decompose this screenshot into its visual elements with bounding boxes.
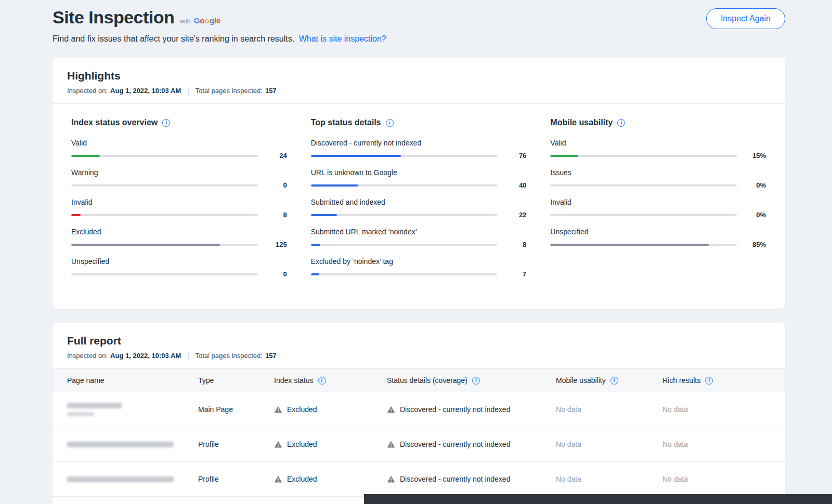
rich-results-cell: No data	[662, 405, 771, 414]
blurred-page-name	[67, 476, 174, 482]
bar-fill	[550, 155, 578, 157]
bar-track	[71, 244, 258, 246]
warning-icon	[274, 475, 282, 483]
type-cell: Main Page	[198, 405, 274, 414]
info-icon[interactable]: i	[617, 119, 625, 127]
info-icon[interactable]: i	[705, 377, 713, 384]
page-name-cell[interactable]	[67, 476, 198, 482]
total-pages-label: Total pages inspected:	[196, 87, 263, 95]
inspected-on-value: Aug 1, 2022, 10:03 AM	[110, 352, 181, 360]
page-name-cell[interactable]	[67, 442, 198, 447]
metric-excluded: Excluded 125	[71, 228, 287, 248]
page-subtitle: Find and fix issues that affect your sit…	[53, 34, 386, 44]
warning-icon	[387, 440, 395, 448]
meta-separator: |	[187, 87, 189, 95]
metric-mobile-unspecified: Unspecified 85%	[550, 228, 766, 248]
bar-track	[311, 184, 498, 187]
metric-warning: Warning 0	[71, 168, 287, 189]
bar-track	[71, 214, 258, 216]
info-icon[interactable]: i	[162, 119, 170, 127]
type-cell: Profile	[198, 440, 274, 448]
column-title: Index status overview	[71, 118, 158, 127]
page-title: Site Inspection	[53, 7, 174, 28]
total-pages-value: 157	[265, 352, 277, 360]
inspected-on-label: Inspected on:	[67, 87, 108, 95]
bar-fill	[311, 184, 358, 187]
rich-results-cell: No data	[662, 475, 771, 483]
with-label: with	[179, 18, 190, 25]
full-report-meta: Inspected on: Aug 1, 2022, 10:03 AM | To…	[67, 352, 771, 360]
blurred-page-subtext	[67, 412, 94, 416]
info-icon[interactable]: i	[386, 119, 394, 127]
page-name-cell[interactable]	[67, 403, 198, 416]
google-letter: o	[205, 16, 210, 25]
bar-fill	[311, 214, 337, 216]
metric-unspecified: Unspecified 0	[71, 257, 287, 278]
bar-track	[71, 273, 258, 275]
blurred-page-name	[67, 403, 122, 408]
status-details-cell: Discovered - currently not indexed	[387, 405, 556, 414]
site-inspection-page: Site Inspection with Google Find and fix…	[0, 0, 832, 504]
mobile-usability-cell: No data	[556, 405, 662, 414]
bar-track	[311, 273, 498, 275]
header-left: Site Inspection with Google Find and fix…	[53, 7, 386, 44]
column-title: Top status details	[311, 118, 381, 127]
status-details-cell: Discovered - currently not indexed	[387, 440, 556, 448]
google-logo: Google	[194, 16, 221, 25]
metric-url-unknown: URL is unknown to Google 40	[311, 168, 527, 189]
status-details-cell: Discovered - currently not indexed	[387, 475, 556, 483]
column-header-page-name: Page name	[67, 376, 198, 384]
title-row: Site Inspection with Google	[53, 7, 386, 28]
bar-track	[311, 244, 498, 246]
type-cell: Profile	[198, 475, 274, 483]
metric-mobile-valid: Valid 15%	[550, 139, 766, 160]
inspect-again-button[interactable]: Inspect Again	[706, 8, 785, 29]
bar-track	[311, 155, 498, 157]
table-row[interactable]: Main Page Excluded Discovered - currentl…	[53, 392, 785, 427]
mobile-usability-cell: No data	[556, 440, 662, 448]
google-letter: o	[200, 16, 204, 25]
highlights-card-header: Highlights Inspected on: Aug 1, 2022, 10…	[53, 58, 785, 104]
metric-submitted-noindex: Submitted URL marked ‘noindex’ 8	[311, 228, 527, 248]
warning-icon	[274, 405, 282, 414]
highlights-title: Highlights	[67, 70, 771, 82]
metric-submitted-indexed: Submitted and indexed 22	[311, 198, 527, 219]
bar-fill	[311, 155, 401, 157]
bar-fill	[550, 244, 709, 246]
info-icon[interactable]: i	[610, 377, 618, 384]
report-table-header: Page name Type Index statusi Status deta…	[53, 369, 785, 392]
total-pages-value: 157	[265, 87, 277, 95]
column-header-status-details: Status details (coverage)i	[387, 376, 556, 384]
highlights-card: Highlights Inspected on: Aug 1, 2022, 10…	[53, 58, 785, 309]
warning-icon	[387, 405, 395, 414]
warning-icon	[387, 475, 395, 483]
full-report-title: Full report	[67, 335, 771, 347]
bar-fill	[71, 155, 100, 157]
metric-excluded-noindex-tag: Excluded by ‘noindex’ tag 7	[311, 257, 527, 278]
mobile-usability-cell: No data	[556, 475, 662, 483]
bar-fill	[71, 214, 81, 216]
bar-track	[71, 155, 258, 157]
bar-fill	[311, 244, 320, 246]
bar-fill	[71, 244, 220, 246]
inspected-on-label: Inspected on:	[67, 352, 108, 360]
table-row[interactable]: Profile Excluded Discovered - currently …	[53, 427, 785, 461]
bar-track	[550, 214, 737, 216]
metric-mobile-invalid: Invalid 0%	[550, 198, 766, 219]
column-header-type: Type	[198, 376, 274, 384]
full-report-card: Full report Inspected on: Aug 1, 2022, 1…	[53, 323, 785, 504]
what-is-site-inspection-link[interactable]: What is site inspection?	[299, 34, 386, 43]
metric-invalid: Invalid 8	[71, 198, 287, 219]
meta-separator: |	[187, 352, 189, 360]
google-letter: G	[194, 16, 200, 25]
bottom-dark-strip	[364, 494, 832, 504]
info-icon[interactable]: i	[472, 377, 480, 384]
bar-fill	[311, 273, 319, 275]
bar-track	[550, 184, 737, 187]
info-icon[interactable]: i	[318, 377, 326, 384]
table-row[interactable]: Profile Excluded Discovered - currently …	[53, 461, 785, 496]
metric-discovered-not-indexed: Discovered - currently not indexed 76	[311, 139, 527, 160]
highlights-columns: Index status overview i Valid 24 Warning…	[53, 104, 785, 309]
index-status-overview-column: Index status overview i Valid 24 Warning…	[71, 118, 287, 287]
page-header: Site Inspection with Google Find and fix…	[53, 7, 785, 44]
